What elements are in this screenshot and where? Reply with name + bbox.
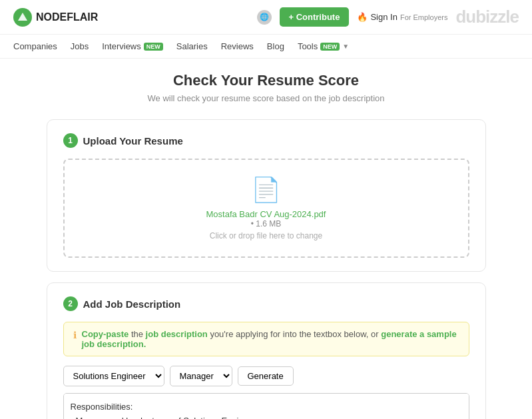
step-1-badge: 1 <box>63 133 78 148</box>
logo-text: NODEFLAIR <box>36 11 98 23</box>
tools-new-badge: NEW <box>320 43 340 51</box>
upload-section-header: 1 Upload Your Resume <box>63 133 469 148</box>
job-description-textarea[interactable]: Responsibilities: - Manage and lead a te… <box>63 393 469 419</box>
header: NODEFLAIR 🌐 + Contribute 🔥 Sign In For E… <box>0 0 532 35</box>
nav-item-companies[interactable]: Companies <box>13 41 57 51</box>
upload-area[interactable]: 📄 Mostafa Badr CV Aug-2024.pdf • 1.6 MB … <box>63 159 469 258</box>
sign-in-area: 🔥 Sign In For Employers <box>357 12 447 22</box>
controls-row: Solutions Engineer Manager Generate <box>63 366 469 386</box>
nav-item-jobs[interactable]: Jobs <box>71 41 89 51</box>
info-icon: ℹ <box>73 330 77 340</box>
sign-in-label[interactable]: Sign In <box>370 12 397 22</box>
nav-item-reviews[interactable]: Reviews <box>221 41 254 51</box>
logo[interactable]: NODEFLAIR <box>13 8 98 27</box>
generate-button[interactable]: Generate <box>238 366 294 386</box>
file-size: • 1.6 MB <box>81 219 452 228</box>
level-dropdown[interactable]: Manager <box>170 366 232 386</box>
job-section-header: 2 Add Job Description <box>63 296 469 311</box>
info-text: Copy-paste the job description you're ap… <box>82 329 459 349</box>
job-heading: Add Job Description <box>83 298 181 310</box>
file-icon: 📄 <box>81 176 452 204</box>
page-title: Check Your Resume Score <box>47 72 486 89</box>
info-box: ℹ Copy-paste the job description you're … <box>63 322 469 356</box>
header-right: 🌐 + Contribute 🔥 Sign In For Employers d… <box>257 7 519 27</box>
nav-item-interviews[interactable]: Interviews NEW <box>102 41 163 51</box>
nav: Companies Jobs Interviews NEW Salaries R… <box>0 35 532 59</box>
upload-card: 1 Upload Your Resume 📄 Mostafa Badr CV A… <box>47 119 486 272</box>
logo-icon <box>13 8 32 27</box>
interviews-new-badge: NEW <box>144 43 163 51</box>
step-2-badge: 2 <box>63 296 78 311</box>
svg-marker-0 <box>18 13 27 21</box>
nav-item-blog[interactable]: Blog <box>267 41 284 51</box>
contribute-button[interactable]: + Contribute <box>280 7 350 27</box>
role-dropdown[interactable]: Solutions Engineer <box>63 366 164 386</box>
job-description-card: 2 Add Job Description ℹ Copy-paste the j… <box>47 282 486 419</box>
nav-item-salaries[interactable]: Salaries <box>176 41 208 51</box>
nav-item-tools[interactable]: Tools NEW ▼ <box>298 41 349 51</box>
page-subtitle: We will check your resume score based on… <box>47 93 486 103</box>
fire-icon: 🔥 <box>357 12 368 22</box>
file-name: Mostafa Badr CV Aug-2024.pdf <box>81 209 452 219</box>
for-employers-label: For Employers <box>400 13 448 21</box>
upload-heading: Upload Your Resume <box>83 135 183 147</box>
click-hint: Click or drop file here to change <box>81 231 452 240</box>
dubizzle-watermark: dubizzle <box>455 7 519 27</box>
globe-icon[interactable]: 🌐 <box>257 10 272 25</box>
main-content: Check Your Resume Score We will check yo… <box>0 59 532 419</box>
tools-dropdown-icon: ▼ <box>342 43 349 50</box>
